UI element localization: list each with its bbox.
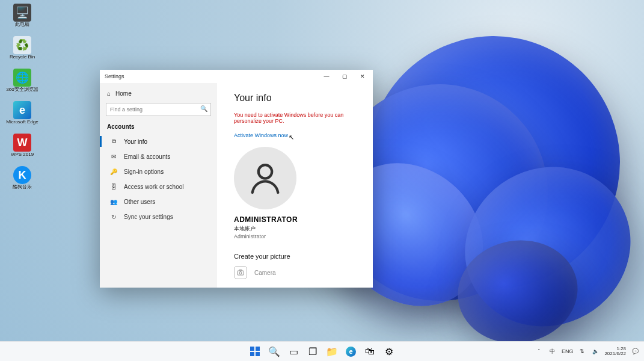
desktop-icons: 🖥️ 此电脑 ♻️ Recycle Bin 🌐 360安全浏览器 e Micro…: [4, 4, 43, 199]
search-input[interactable]: [106, 103, 211, 116]
user-role: Administrator: [234, 233, 356, 239]
start-button[interactable]: [250, 346, 260, 357]
mail-icon: ✉: [109, 153, 118, 160]
desktop-icon-label: WPS 2019: [4, 152, 41, 157]
taskbar-explorer[interactable]: 📁: [327, 346, 337, 357]
monitor-icon: 🖥️: [13, 4, 31, 22]
home-label: Home: [115, 90, 132, 97]
taskbar: 🔍 ▭ ❐ 📁 e 🛍 ⚙ ˄ 中 ENG ⇅ 🔈 1:28 2021/6/22…: [0, 341, 644, 361]
user-domain: 本地帐户: [234, 225, 356, 233]
ime-indicator[interactable]: 中: [548, 347, 557, 356]
sidebar-item-other-users[interactable]: 👥 Other users: [100, 194, 217, 209]
sidebar-item-label: Sync your settings: [124, 214, 173, 220]
home-icon: ⌂: [107, 90, 111, 97]
desktop-icon-label: Recycle Bin: [4, 55, 41, 60]
desktop-icon-this-pc[interactable]: 🖥️ 此电脑: [4, 4, 41, 36]
sidebar-item-email[interactable]: ✉ Email & accounts: [100, 149, 217, 164]
titlebar[interactable]: Settings — ▢ ✕: [100, 70, 373, 83]
recycle-icon: ♻️: [13, 36, 31, 54]
action-center[interactable]: 💬: [631, 347, 639, 356]
desktop-icon-edge[interactable]: e Microsoft Edge: [4, 101, 41, 134]
window-controls: — ▢ ✕: [317, 70, 372, 83]
window-title: Settings: [105, 73, 124, 79]
desktop-icon-label: 酷狗音乐: [4, 185, 41, 190]
sync-icon: ↻: [109, 214, 118, 220]
sidebar-item-label: Your info: [124, 138, 147, 145]
svg-rect-6: [250, 352, 254, 356]
sidebar-item-sync[interactable]: ↻ Sync your settings: [100, 209, 217, 224]
volume-icon[interactable]: 🔈: [591, 347, 600, 356]
desktop-icon-kugou[interactable]: K 酷狗音乐: [4, 166, 41, 199]
content-pane: Your info You need to activate Windows b…: [217, 83, 373, 288]
sidebar-item-label: Other users: [124, 199, 155, 205]
taskbar-settings[interactable]: ⚙: [384, 346, 394, 357]
edge-icon: e: [13, 101, 31, 119]
lang-indicator[interactable]: ENG: [562, 347, 574, 356]
desktop-icon-360[interactable]: 🌐 360安全浏览器: [4, 69, 41, 101]
username: ADMINISTRATOR: [234, 215, 356, 224]
desktop-icon-label: 此电脑: [4, 22, 41, 27]
avatar: [234, 147, 296, 209]
sidebar-item-label: Sign-in options: [124, 168, 164, 175]
taskbar-center: 🔍 ▭ ❐ 📁 e 🛍 ⚙: [250, 346, 394, 357]
svg-rect-5: [256, 347, 260, 351]
desktop-icon-recycle-bin[interactable]: ♻️ Recycle Bin: [4, 36, 41, 69]
people-icon: 👥: [109, 199, 118, 205]
desktop[interactable]: 🖥️ 此电脑 ♻️ Recycle Bin 🌐 360安全浏览器 e Micro…: [0, 0, 644, 361]
close-button[interactable]: ✕: [354, 70, 372, 83]
home-nav[interactable]: ⌂ Home: [100, 87, 217, 100]
date: 2021/6/22: [604, 351, 626, 356]
settings-window: Settings — ▢ ✕ ⌂ Home 🔍 Accounts: [100, 70, 373, 288]
svg-rect-3: [239, 270, 242, 271]
page-title: Your info: [234, 93, 356, 103]
network-icon[interactable]: ⇅: [578, 347, 586, 356]
desktop-icon-label: Microsoft Edge: [4, 120, 41, 125]
sidebar-section-accounts: Accounts: [100, 121, 217, 134]
desktop-icon-label: 360安全浏览器: [4, 87, 41, 92]
kugou-icon: K: [13, 166, 31, 184]
windows-icon: [250, 347, 260, 356]
taskbar-store[interactable]: 🛍: [364, 346, 375, 357]
person-icon: [246, 159, 284, 197]
task-view[interactable]: ▭: [288, 346, 299, 357]
taskbar-edge[interactable]: e: [346, 347, 356, 357]
clock[interactable]: 1:28 2021/6/22: [604, 347, 626, 357]
picture-heading: Create your picture: [234, 253, 356, 260]
activation-warning: You need to activate Windows before you …: [234, 112, 356, 124]
maximize-button[interactable]: ▢: [336, 70, 354, 83]
taskbar-search[interactable]: 🔍: [269, 346, 280, 357]
tray-overflow[interactable]: ˄: [535, 347, 544, 356]
sidebar-item-work-school[interactable]: 🗄 Access work or school: [100, 179, 217, 194]
activate-link[interactable]: Activate Windows now: [234, 132, 288, 138]
camera-label: Camera: [254, 270, 276, 276]
camera-icon: [234, 266, 247, 279]
svg-rect-4: [250, 347, 254, 351]
svg-rect-1: [238, 271, 244, 275]
sidebar-item-label: Access work or school: [124, 184, 183, 190]
sidebar-nav: ⧉ Your info ✉ Email & accounts 🔑 Sign-in…: [100, 134, 217, 224]
id-card-icon: ⧉: [109, 138, 118, 145]
camera-option[interactable]: Camera: [234, 266, 356, 279]
svg-point-2: [239, 272, 242, 274]
sidebar-item-label: Email & accounts: [124, 153, 170, 160]
sidebar-item-your-info[interactable]: ⧉ Your info: [100, 134, 217, 149]
svg-point-0: [259, 165, 272, 178]
browser-icon: 🌐: [13, 69, 31, 87]
sidebar: ⌂ Home 🔍 Accounts ⧉ Your info ✉ Email & …: [100, 83, 217, 288]
key-icon: 🔑: [109, 168, 118, 175]
sidebar-item-signin[interactable]: 🔑 Sign-in options: [100, 164, 217, 179]
svg-rect-7: [256, 352, 260, 356]
widgets[interactable]: ❐: [307, 346, 318, 357]
minimize-button[interactable]: —: [317, 70, 336, 83]
briefcase-icon: 🗄: [109, 184, 118, 190]
system-tray: ˄ 中 ENG ⇅ 🔈 1:28 2021/6/22 💬: [535, 342, 639, 361]
wps-icon: W: [13, 134, 31, 152]
desktop-icon-wps[interactable]: W WPS 2019: [4, 134, 41, 166]
